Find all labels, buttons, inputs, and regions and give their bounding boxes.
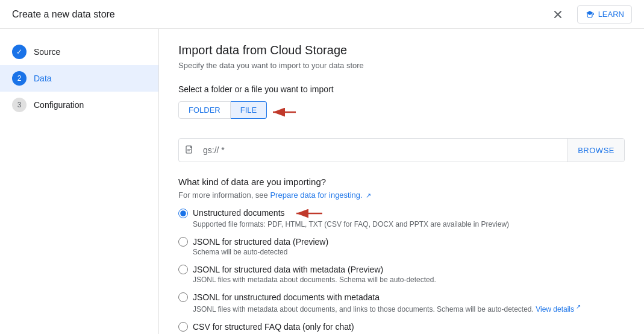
data-kind-subtitle: For more information, see Prepare data f…	[178, 191, 625, 200]
radio-label-jsonl-unstructured-metadata: JSONL for unstructured documents with me…	[193, 292, 380, 302]
radio-desc-jsonl-structured: Schema will be auto-detected	[193, 248, 625, 256]
file-folder-toggle: FOLDER FILE	[178, 101, 267, 119]
close-button[interactable]	[548, 5, 567, 24]
select-label: Select a folder or a file you want to im…	[178, 84, 625, 94]
radio-jsonl-structured[interactable]	[178, 237, 188, 247]
sidebar-item-configuration[interactable]: 3 Configuration	[0, 92, 158, 118]
radio-options-list: Unstructured documents Supported fi	[178, 208, 625, 334]
radio-jsonl-unstructured-metadata[interactable]	[178, 292, 188, 302]
content-subtitle: Specify the data you want to import to y…	[178, 61, 625, 70]
radio-option-jsonl-metadata: JSONL for structured data with metadata …	[178, 265, 625, 284]
folder-toggle-button[interactable]: FOLDER	[178, 101, 231, 119]
radio-option-csv-faq: CSV for structured FAQ data (only for ch…	[178, 322, 625, 334]
learn-label: LEARN	[598, 10, 624, 19]
sidebar-item-data[interactable]: 2 Data	[0, 65, 158, 92]
step-circle-configuration: 3	[12, 98, 27, 112]
sidebar-label-configuration: Configuration	[34, 100, 84, 110]
top-bar: Create a new data store LEARN	[0, 0, 644, 29]
main-layout: ✓ Source 2 Data 3 Configuration Import d…	[0, 29, 644, 334]
step-circle-data: 2	[12, 71, 27, 86]
dialog-title: Create a new data store	[12, 9, 115, 20]
top-bar-actions: LEARN	[548, 5, 632, 24]
sidebar-label-data: Data	[34, 74, 52, 83]
file-toggle-button[interactable]: FILE	[231, 101, 267, 119]
radio-option-jsonl-unstructured-metadata: JSONL for unstructured documents with me…	[178, 292, 625, 314]
radio-jsonl-metadata[interactable]	[178, 265, 188, 274]
radio-unstructured[interactable]	[178, 209, 188, 218]
data-kind-title: What kind of data are you importing?	[178, 177, 625, 187]
radio-option-unstructured: Unstructured documents Supported fi	[178, 208, 625, 228]
sidebar-item-source[interactable]: ✓ Source	[0, 39, 158, 65]
radio-label-jsonl-structured: JSONL for structured data (Preview)	[193, 237, 328, 247]
content-title: Import data from Cloud Storage	[178, 43, 625, 57]
external-link-icon: ↗	[366, 192, 371, 199]
file-icon	[179, 145, 201, 155]
gs-path-input[interactable]	[201, 145, 567, 155]
sidebar-label-source: Source	[34, 47, 60, 57]
view-details-link[interactable]: View details ↗	[536, 305, 581, 314]
checkmark-icon: ✓	[16, 48, 22, 56]
graduation-cap-icon	[585, 10, 595, 19]
radio-label-unstructured: Unstructured documents	[193, 208, 325, 219]
radio-desc-jsonl-unstructured-metadata: JSONL files with metadata about document…	[193, 303, 625, 314]
step-circle-source: ✓	[12, 45, 27, 59]
unstructured-arrow-annotation	[292, 208, 325, 219]
radio-desc-jsonl-metadata: JSONL files with metadata about document…	[193, 276, 625, 284]
sidebar: ✓ Source 2 Data 3 Configuration	[0, 29, 159, 334]
prepare-data-link[interactable]: Prepare data for ingesting. ↗	[270, 191, 371, 200]
data-kind-subtitle-prefix: For more information, see	[178, 191, 270, 200]
content-area: Import data from Cloud Storage Specify t…	[159, 29, 644, 334]
radio-desc-unstructured: Supported file formats: PDF, HTML, TXT (…	[193, 220, 625, 228]
browse-button[interactable]: BROWSE	[567, 139, 624, 162]
view-details-ext-icon: ↗	[576, 303, 581, 310]
gs-input-row: BROWSE	[178, 138, 625, 162]
radio-option-jsonl-structured: JSONL for structured data (Preview) Sche…	[178, 237, 625, 256]
file-arrow-annotation	[268, 104, 298, 121]
radio-csv-faq[interactable]	[178, 322, 188, 332]
radio-label-csv-faq: CSV for structured FAQ data (only for ch…	[193, 322, 354, 332]
radio-label-jsonl-metadata: JSONL for structured data with metadata …	[193, 265, 383, 274]
learn-button[interactable]: LEARN	[577, 5, 632, 24]
